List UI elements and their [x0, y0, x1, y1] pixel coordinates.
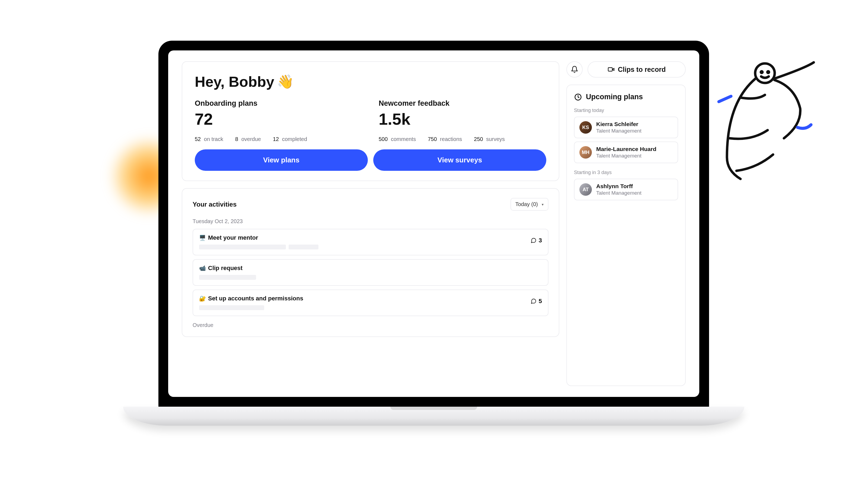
svg-point-2: [767, 71, 769, 73]
activity-item[interactable]: 🖥️Meet your mentor3: [193, 229, 549, 255]
upcoming-title: Upcoming plans: [586, 93, 643, 101]
svg-point-0: [755, 63, 775, 83]
skeleton-placeholder: [289, 245, 318, 250]
upcoming-group-label: Starting in 3 days: [574, 170, 678, 175]
skeleton-placeholder: [199, 305, 264, 310]
activity-emoji: 🔐: [199, 295, 206, 302]
activity-comments: 3: [531, 237, 542, 244]
sub-metric: 12 completed: [273, 136, 307, 142]
sub-metric-value: 52: [195, 136, 201, 142]
activity-emoji: 🖥️: [199, 234, 206, 241]
skeleton-placeholder: [199, 275, 256, 280]
activity-item[interactable]: 📹Clip request: [193, 259, 549, 286]
person-name: Kierra Schleifer: [596, 121, 642, 127]
notifications-button[interactable]: [566, 61, 583, 77]
sub-metric: 8 overdue: [235, 136, 261, 142]
sub-metric-value: 750: [428, 136, 437, 142]
video-icon: [608, 66, 615, 73]
sub-metric: 750 reactions: [428, 136, 462, 142]
greeting-text: Hey, Bobby: [195, 73, 274, 90]
comment-count: 5: [539, 298, 542, 305]
avatar: AT: [579, 183, 592, 196]
person-name: Ashlynn Torff: [596, 183, 642, 190]
bell-icon: [571, 66, 578, 73]
sub-metric: 52 on track: [195, 136, 223, 142]
activity-item[interactable]: 🔐Set up accounts and permissions5: [193, 290, 549, 316]
app-screen: Hey, Bobby 👋 Onboarding plans 72 52 on t…: [168, 51, 699, 397]
activity-emoji: 📹: [199, 265, 206, 271]
sub-metric-label: overdue: [240, 136, 261, 142]
upcoming-person[interactable]: KSKierra SchleiferTalent Management: [574, 117, 678, 138]
activities-title: Your activities: [193, 201, 237, 208]
svg-rect-3: [608, 68, 612, 71]
metric-label: Newcomer feedback: [379, 99, 546, 108]
sub-metric-value: 8: [235, 136, 238, 142]
person-role: Talent Management: [596, 128, 642, 134]
metric-label: Onboarding plans: [195, 99, 362, 108]
comment-icon: [531, 298, 536, 304]
feedback-metric: Newcomer feedback 1.5k 500 comments750 r…: [379, 99, 546, 142]
clips-to-record-button[interactable]: Clips to record: [588, 61, 686, 77]
metric-value: 72: [195, 110, 362, 129]
activity-comments: 5: [531, 298, 542, 305]
comment-icon: [531, 237, 536, 243]
skeleton-placeholder: [199, 245, 286, 250]
sub-metric-label: on track: [203, 136, 223, 142]
overdue-section-label: Overdue: [193, 322, 549, 328]
laptop-mockup: Hey, Bobby 👋 Onboarding plans 72 52 on t…: [158, 41, 709, 426]
person-role: Talent Management: [596, 153, 656, 159]
sub-metric-value: 250: [474, 136, 483, 142]
sub-metric: 500 comments: [379, 136, 416, 142]
upcoming-person[interactable]: MHMarie-Laurence HuardTalent Management: [574, 141, 678, 163]
sub-metric-label: reactions: [439, 136, 462, 142]
activities-date-filter[interactable]: Today (0) ▾: [510, 198, 549, 210]
sub-metric-value: 500: [379, 136, 388, 142]
activities-date: Tuesday Oct 2, 2023: [193, 218, 549, 225]
wave-emoji: 👋: [277, 74, 294, 90]
activity-title-text: Set up accounts and permissions: [208, 295, 303, 302]
sub-metric-label: completed: [280, 136, 307, 142]
upcoming-person[interactable]: ATAshlynn TorffTalent Management: [574, 178, 678, 200]
sub-metric-value: 12: [273, 136, 279, 142]
onboarding-metric: Onboarding plans 72 52 on track8 overdue…: [195, 99, 362, 142]
clock-icon: [574, 93, 582, 101]
clips-button-label: Clips to record: [618, 66, 665, 73]
upcoming-plans-card: Upcoming plans Starting todayKSKierra Sc…: [566, 85, 686, 386]
activities-card: Your activities Today (0) ▾ Tuesday Oct …: [182, 188, 559, 337]
svg-point-1: [761, 71, 763, 73]
chevron-down-icon: ▾: [542, 202, 544, 206]
upcoming-group-label: Starting today: [574, 108, 678, 113]
sub-metric-label: surveys: [485, 136, 505, 142]
person-name: Marie-Laurence Huard: [596, 146, 656, 152]
person-role: Talent Management: [596, 190, 642, 196]
hero-illustration: [711, 54, 819, 190]
dashboard-summary-card: Hey, Bobby 👋 Onboarding plans 72 52 on t…: [182, 61, 559, 181]
view-plans-button[interactable]: View plans: [195, 150, 368, 171]
sub-metric: 250 surveys: [474, 136, 505, 142]
view-surveys-button[interactable]: View surveys: [373, 150, 546, 171]
filter-label: Today (0): [516, 201, 538, 207]
activity-title-text: Clip request: [208, 265, 243, 272]
comment-count: 3: [539, 237, 542, 244]
avatar: MH: [579, 146, 592, 159]
activity-title-text: Meet your mentor: [208, 234, 258, 241]
metric-value: 1.5k: [379, 110, 546, 129]
avatar: KS: [579, 121, 592, 134]
sub-metric-label: comments: [389, 136, 416, 142]
greeting-title: Hey, Bobby 👋: [195, 73, 546, 90]
